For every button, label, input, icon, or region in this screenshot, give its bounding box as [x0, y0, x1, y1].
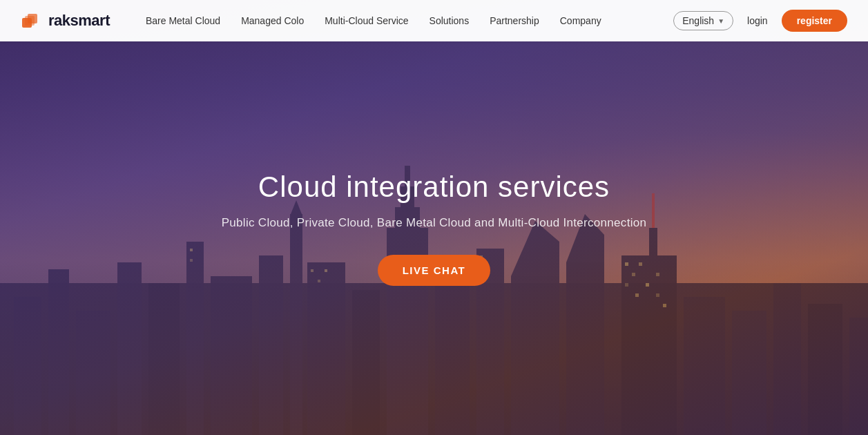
- nav-multi-cloud-service[interactable]: Multi-Cloud Service: [316, 11, 416, 30]
- login-button[interactable]: login: [742, 11, 773, 30]
- hero-content: Cloud integration services Public Cloud,…: [222, 171, 647, 286]
- nav-solutions[interactable]: Solutions: [421, 11, 478, 30]
- logo[interactable]: raksmart: [21, 10, 110, 32]
- hero-section: Cloud integration services Public Cloud,…: [0, 0, 868, 435]
- language-label: English: [682, 15, 714, 26]
- nav-bare-metal-cloud[interactable]: Bare Metal Cloud: [137, 11, 229, 30]
- live-chat-button[interactable]: LIVE CHAT: [378, 255, 491, 286]
- register-button[interactable]: register: [782, 10, 847, 32]
- logo-text: raksmart: [48, 12, 110, 30]
- hero-subtitle: Public Cloud, Private Cloud, Bare Metal …: [222, 216, 647, 230]
- nav-partnership[interactable]: Partnership: [481, 11, 548, 30]
- nav-company[interactable]: Company: [552, 11, 610, 30]
- nav-right: English ▼ login register: [673, 10, 847, 32]
- nav-managed-colo[interactable]: Managed Colo: [233, 11, 312, 30]
- language-selector[interactable]: English ▼: [673, 11, 733, 30]
- navbar: raksmart Bare Metal Cloud Managed Colo M…: [0, 0, 868, 41]
- nav-links: Bare Metal Cloud Managed Colo Multi-Clou…: [137, 11, 673, 30]
- svg-rect-2: [25, 16, 35, 26]
- logo-icon: [21, 10, 43, 32]
- chevron-down-icon: ▼: [717, 17, 724, 25]
- hero-title: Cloud integration services: [222, 171, 647, 204]
